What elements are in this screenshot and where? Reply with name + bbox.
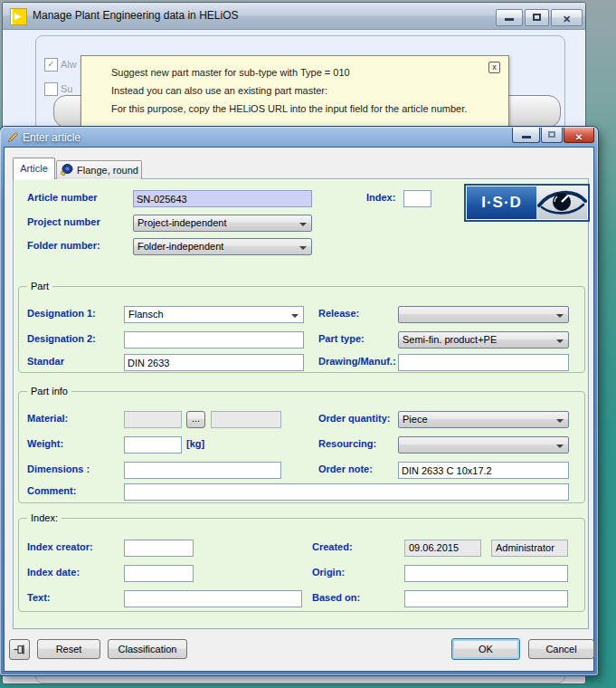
manage-plant-titlebar: ▶ Manage Plant Engineering data in HELiO… (3, 3, 585, 30)
part-info-legend: Part info (27, 386, 71, 397)
designation2-input[interactable] (124, 331, 304, 349)
checkbox-always[interactable]: ✓ (44, 58, 58, 72)
origin-label: Origin: (312, 567, 345, 578)
window-title: Manage Plant Engineering data in HELiOS (33, 9, 238, 22)
flange-icon (61, 164, 73, 178)
designation1-value: Flansch (128, 309, 164, 320)
index-input[interactable] (403, 190, 431, 207)
index-creator-label: Index creator: (27, 541, 93, 552)
origin-input[interactable] (404, 565, 568, 582)
checkbox-suggest-label: Su (61, 83, 72, 94)
dialog-close-button[interactable]: ✕ (564, 128, 594, 143)
dimensions-input[interactable] (124, 462, 281, 479)
pin-icon (14, 644, 25, 657)
dialog-maximize-button (541, 128, 563, 143)
minimize-icon (522, 136, 531, 139)
tab-article-label: Article (20, 163, 48, 174)
index-date-input[interactable] (124, 565, 194, 582)
notification-line: For this purpose, copy the HELiOS URL in… (111, 103, 467, 114)
close-icon: ✕ (575, 132, 583, 142)
notification-line: Instead you can also use an existing par… (111, 85, 327, 96)
part-group-legend: Part (27, 281, 52, 291)
material-browse-button[interactable]: ... (186, 411, 205, 428)
comment-label: Comment: (27, 485, 76, 496)
designation1-select[interactable]: Flansch (124, 306, 304, 323)
based-on-input[interactable] (404, 590, 568, 607)
chevron-down-icon (556, 419, 564, 423)
material-field-1 (124, 411, 182, 428)
checkbox-suggest[interactable] (44, 82, 58, 96)
isd-logo: I·S·D (464, 184, 590, 222)
notification-close-button[interactable]: x (488, 62, 500, 73)
created-date-field: 09.06.2015 (404, 540, 481, 557)
dimensions-label: Dimensions : (27, 463, 90, 474)
index-label: Index: (366, 192, 395, 203)
standard-input[interactable] (124, 354, 304, 371)
notification-popup: Suggest new part master for sub-type wit… (81, 55, 509, 128)
designation2-label: Designation 2: (27, 333, 96, 344)
order-note-label: Order note: (318, 463, 373, 474)
text-input[interactable] (124, 590, 302, 607)
folder-number-value: Folder-independent (137, 241, 223, 252)
chevron-down-icon (556, 339, 564, 343)
standard-label: Standar (27, 356, 64, 367)
dialog-title: Enter article (23, 131, 81, 144)
resourcing-select[interactable] (398, 436, 569, 454)
pencil-icon (7, 130, 19, 147)
close-button[interactable]: ✕ (551, 9, 583, 26)
notification-line: Suggest new part master for sub-type wit… (111, 67, 350, 78)
chevron-down-icon (556, 444, 564, 448)
reset-button[interactable]: Reset (37, 639, 100, 659)
maximize-icon (533, 14, 541, 21)
order-quantity-value: Piece (403, 414, 428, 425)
chevron-down-icon (291, 314, 299, 318)
drawing-manuf-label: Drawing/Manuf.: (318, 356, 396, 367)
release-select[interactable] (398, 306, 569, 323)
isd-logo-text: I·S·D (467, 186, 536, 219)
classification-button[interactable]: Classification (108, 639, 187, 659)
minimize-button[interactable] (496, 9, 523, 26)
tab-flange-round[interactable]: Flange, round (56, 160, 142, 179)
weight-unit-label: [kg] (186, 438, 204, 449)
weight-input[interactable] (124, 436, 182, 454)
cancel-button[interactable]: Cancel (528, 639, 594, 659)
minimize-icon (505, 18, 514, 21)
maximize-button[interactable] (525, 9, 549, 26)
drawing-manuf-input[interactable] (398, 354, 569, 371)
project-number-value: Project-independent (137, 217, 226, 228)
index-date-label: Index date: (27, 567, 80, 578)
chevron-down-icon (299, 223, 307, 226)
project-number-select[interactable]: Project-independent (133, 215, 312, 232)
part-type-label: Part type: (318, 333, 365, 344)
designation1-label: Designation 1: (27, 308, 96, 319)
part-type-value: Semi-fin. product+PE (403, 334, 497, 345)
dialog-minimize-button[interactable] (512, 128, 540, 143)
created-user-field: Administrator (491, 540, 568, 557)
desktop: ▶ Manage Plant Engineering data in HELiO… (0, 0, 616, 688)
part-type-select[interactable]: Semi-fin. product+PE (398, 331, 569, 349)
resourcing-label: Resourcing: (318, 438, 376, 449)
material-field-2 (211, 411, 281, 428)
material-label: Material: (27, 413, 68, 424)
tab-article[interactable]: Article (13, 158, 55, 179)
maximize-icon (548, 131, 555, 138)
pin-button[interactable] (9, 639, 30, 660)
tab-flange-label: Flange, round (77, 165, 138, 176)
order-quantity-select[interactable]: Piece (398, 411, 569, 428)
ok-button[interactable]: OK (451, 638, 520, 660)
text-label: Text: (27, 592, 50, 603)
article-number-input[interactable] (133, 190, 312, 207)
project-number-label: Project number (27, 216, 100, 227)
chevron-down-icon (299, 246, 307, 250)
release-label: Release: (318, 308, 359, 319)
chevron-down-icon (556, 314, 564, 318)
comment-input[interactable] (124, 483, 569, 501)
order-note-input[interactable] (398, 462, 569, 479)
app-icon: ▶ (10, 8, 27, 25)
eye-icon (536, 186, 587, 219)
folder-number-label: Folder number: (27, 240, 100, 251)
index-creator-input[interactable] (124, 540, 194, 557)
folder-number-select[interactable]: Folder-independent (133, 238, 312, 255)
created-label: Created: (312, 541, 353, 552)
close-icon: ✕ (563, 14, 571, 24)
